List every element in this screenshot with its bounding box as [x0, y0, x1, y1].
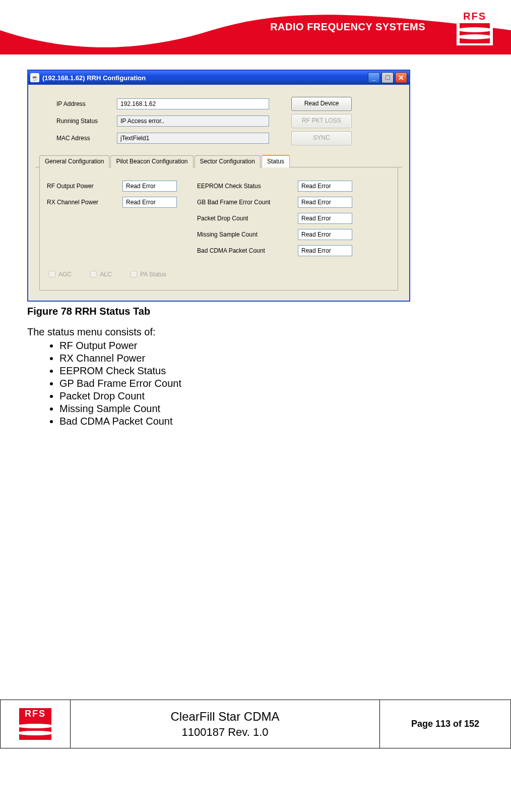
- bad-cdma-field: [298, 245, 352, 256]
- rfs-logo-small: RFS: [19, 708, 51, 740]
- running-status-field: [117, 115, 269, 127]
- list-item: Missing Sample Count: [59, 403, 484, 415]
- eeprom-field: [298, 181, 352, 192]
- pa-text: PA Status: [140, 271, 166, 278]
- window-titlebar[interactable]: ☕ (192.168.1.62) RRH Configuration _ ☐ ✕: [28, 71, 409, 85]
- java-icon: ☕: [30, 73, 39, 82]
- list-item: GP Bad Frame Error Count: [59, 378, 484, 389]
- minimize-button[interactable]: _: [368, 72, 380, 83]
- rfs-logo-small-text: RFS: [19, 708, 51, 720]
- sync-button: SYNC: [291, 131, 352, 145]
- figure-caption: Figure 78 RRH Status Tab: [27, 306, 484, 317]
- minimize-icon: _: [372, 74, 376, 81]
- bad-cdma-label: Bad CDMA Packet Count: [197, 247, 298, 254]
- status-bullet-list: RF Output Power RX Channel Power EEPROM …: [47, 340, 484, 427]
- read-device-button[interactable]: Read Device: [291, 97, 352, 111]
- missing-sample-label: Missing Sample Count: [197, 231, 298, 238]
- list-item: Packet Drop Count: [59, 390, 484, 402]
- eeprom-label: EEPROM Check Status: [197, 183, 298, 190]
- rf-output-power-label: RF Output Power: [47, 183, 122, 190]
- window-title: (192.168.1.62) RRH Configuration: [42, 74, 366, 82]
- footer-page-cell: Page 113 of 152: [380, 700, 511, 748]
- mac-address-field: [117, 133, 269, 144]
- tab-status[interactable]: Status: [262, 155, 290, 167]
- alc-checkbox: [90, 271, 97, 277]
- rrh-config-window: ☕ (192.168.1.62) RRH Configuration _ ☐ ✕…: [27, 70, 410, 302]
- tab-bar: General Configuration Pilot Beacon Confi…: [35, 154, 402, 167]
- agc-text: AGC: [58, 271, 72, 278]
- maximize-icon: ☐: [385, 74, 391, 81]
- status-tab-pane: RF Output Power EEPROM Check Status RX C…: [39, 167, 398, 291]
- mac-address-label: MAC Adress: [35, 135, 117, 142]
- tab-pilot[interactable]: Pilot Beacon Configuration: [110, 155, 193, 167]
- footer-doc-cell: ClearFill Star CDMA 1100187 Rev. 1.0: [71, 700, 380, 748]
- ip-address-label: IP Address: [35, 100, 117, 107]
- page-header: RADIO FREQUENCY SYSTEMS RFS: [0, 0, 511, 54]
- footer-docid: 1100187 Rev. 1.0: [181, 726, 268, 739]
- rfs-logo-text: RFS: [463, 11, 486, 22]
- ip-address-input[interactable]: [117, 98, 269, 109]
- alc-text: ALC: [100, 271, 111, 278]
- running-status-label: Running Status: [35, 118, 117, 125]
- gb-bad-frame-label: GB Bad Frame Error Count: [197, 199, 298, 206]
- gb-bad-frame-field: [298, 197, 352, 208]
- rfs-logo-waves-icon: [460, 23, 490, 43]
- page-footer: RFS ClearFill Star CDMA 1100187 Rev. 1.0…: [0, 700, 511, 748]
- close-button[interactable]: ✕: [395, 72, 407, 83]
- pa-checkbox-label: PA Status: [129, 271, 166, 278]
- list-item: RX Channel Power: [59, 353, 484, 364]
- checkbox-row: AGC ALC PA Status: [47, 269, 391, 279]
- rf-pkt-loss-button: RF PKT LOSS: [291, 114, 352, 128]
- rfs-logo-small-waves-icon: [19, 720, 51, 740]
- page-number: Page 113 of 152: [411, 719, 479, 729]
- footer-logo-cell: RFS: [0, 700, 71, 748]
- footer-product: ClearFill Star CDMA: [170, 710, 279, 724]
- list-item: Bad CDMA Packet Count: [59, 416, 484, 427]
- header-curve: [0, 0, 511, 54]
- agc-checkbox-label: AGC: [47, 271, 72, 278]
- alc-checkbox-label: ALC: [88, 271, 111, 278]
- list-item: EEPROM Check Status: [59, 365, 484, 377]
- intro-text: The status menu consists of:: [27, 326, 484, 338]
- missing-sample-field: [298, 229, 352, 240]
- tab-general[interactable]: General Configuration: [39, 155, 109, 167]
- maximize-button[interactable]: ☐: [381, 72, 394, 83]
- rf-output-power-field: [122, 181, 177, 192]
- rfs-logo: RFS: [457, 9, 493, 45]
- packet-drop-label: Packet Drop Count: [197, 215, 298, 222]
- brand-text: RADIO FREQUENCY SYSTEMS: [270, 21, 425, 33]
- list-item: RF Output Power: [59, 340, 484, 352]
- rx-channel-power-label: RX Channel Power: [47, 199, 122, 206]
- packet-drop-field: [298, 213, 352, 224]
- pa-checkbox: [131, 271, 137, 277]
- close-icon: ✕: [398, 74, 404, 81]
- agc-checkbox: [49, 271, 55, 277]
- rx-channel-power-field: [122, 197, 177, 208]
- tab-sector[interactable]: Sector Configuration: [195, 155, 261, 167]
